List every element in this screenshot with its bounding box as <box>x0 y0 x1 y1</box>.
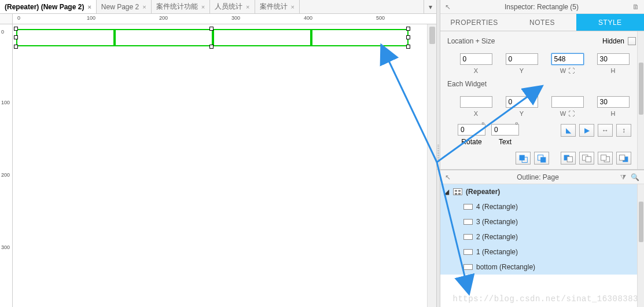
order-2-button[interactable] <box>579 152 594 165</box>
ruler-corner <box>0 14 13 24</box>
note-icon[interactable]: 🗎 <box>632 3 639 11</box>
ruler-tick: 300 <box>231 15 240 21</box>
resize-handle[interactable] <box>14 35 18 39</box>
canvas[interactable] <box>13 24 436 307</box>
rect-2[interactable] <box>115 29 213 46</box>
outline-scrollbar[interactable] <box>637 184 644 307</box>
rect-3[interactable] <box>213 29 311 46</box>
close-icon[interactable]: × <box>291 3 295 10</box>
collapse-icon[interactable]: ◢ <box>444 188 450 196</box>
svg-rect-9 <box>601 155 606 160</box>
filter-icon[interactable]: ⧩ <box>620 173 626 181</box>
outline-item-repeater[interactable]: ◢ (Repeater) <box>440 184 644 199</box>
outline-label: 1 (Rectangle) <box>476 248 518 256</box>
resize-handle[interactable] <box>209 45 214 49</box>
order-3-button[interactable] <box>598 152 613 165</box>
resize-handle[interactable] <box>406 35 410 39</box>
rect-4[interactable] <box>311 29 409 46</box>
each-x-input[interactable] <box>460 96 492 108</box>
outline-label: 4 (Rectangle) <box>476 203 518 211</box>
ruler-vertical[interactable]: 0 100 200 300 <box>0 24 13 307</box>
close-icon[interactable]: × <box>87 3 91 10</box>
resize-handle[interactable] <box>406 45 410 49</box>
tab-style[interactable]: STYLE <box>576 14 644 31</box>
tab-person-stats[interactable]: 人员统计 × <box>210 0 255 13</box>
each-h-input[interactable] <box>597 96 630 108</box>
tab-notes[interactable]: NOTES <box>508 14 576 31</box>
rectangle-icon <box>463 264 473 270</box>
flip-vertical-button[interactable]: ▶ <box>579 124 594 137</box>
resize-handle[interactable] <box>14 45 18 49</box>
resize-handle[interactable] <box>209 27 214 31</box>
bring-front-button[interactable] <box>516 152 531 165</box>
outline-label: 2 (Rectangle) <box>476 233 518 241</box>
w-input[interactable] <box>551 53 584 65</box>
hidden-checkbox[interactable] <box>628 37 636 45</box>
ruler-tick: 100 <box>87 15 95 21</box>
rotate-input[interactable] <box>458 124 485 136</box>
x-input[interactable] <box>460 53 492 65</box>
ruler-tick: 500 <box>376 15 385 21</box>
tab-label: 人员统计 <box>215 2 242 12</box>
close-icon[interactable]: × <box>201 3 205 10</box>
text-rotate-input[interactable] <box>491 124 519 136</box>
aspect-lock-icon[interactable]: ⛶ <box>568 67 575 74</box>
y-label: Y <box>520 67 524 74</box>
y-input[interactable] <box>506 53 538 65</box>
h-input[interactable] <box>597 53 630 65</box>
tab-repeater[interactable]: (Repeater) (New Page 2) × <box>0 0 97 13</box>
ruler-tick: 200 <box>1 172 10 178</box>
flip-horizontal-button[interactable]: ◣ <box>561 124 576 137</box>
hidden-label: Hidden <box>602 37 624 45</box>
text-rotate-label: Text <box>499 138 511 146</box>
send-back-button[interactable] <box>534 152 549 165</box>
order-1-button[interactable] <box>561 152 576 165</box>
fit-width-button[interactable]: ↔ <box>598 124 613 137</box>
ruler-horizontal[interactable]: 0 100 200 300 400 500 <box>13 14 436 24</box>
rectangle-icon <box>463 219 473 225</box>
popout-icon[interactable]: ↖ <box>445 173 451 181</box>
outline-item-rect[interactable]: bottom (Rectangle) <box>440 260 644 275</box>
outline-item-rect[interactable]: 3 (Rectangle) <box>440 214 644 229</box>
resize-handle[interactable] <box>14 27 18 31</box>
svg-rect-7 <box>586 156 591 162</box>
popout-icon[interactable]: ↖ <box>445 3 451 11</box>
order-4-button[interactable] <box>616 152 631 165</box>
canvas-area: (Repeater) (New Page 2) × New Page 2 × 案… <box>0 0 437 307</box>
ruler-tick: 400 <box>304 15 312 21</box>
aspect-lock-icon[interactable]: ⛶ <box>568 110 575 117</box>
x-label: X <box>474 67 478 74</box>
tabs-dropdown[interactable]: ▾ <box>424 0 436 13</box>
close-icon[interactable]: × <box>246 3 249 10</box>
panel-scrollbar[interactable] <box>637 31 644 169</box>
inspector-header: ↖ Inspector: Rectangle (5) 🗎 <box>437 0 644 14</box>
outline-item-rect[interactable]: 2 (Rectangle) <box>440 229 644 244</box>
ruler-tick: 200 <box>159 15 168 21</box>
canvas-vscroll[interactable] <box>427 24 436 307</box>
tab-properties[interactable]: PROPERTIES <box>440 14 508 31</box>
tab-stats-feature[interactable]: 案件统计功能 × <box>152 0 210 13</box>
svg-rect-11 <box>620 155 625 160</box>
rect-1[interactable] <box>16 29 115 46</box>
close-icon[interactable]: × <box>142 3 146 10</box>
tab-label: 案件统计 <box>260 2 288 12</box>
inspector-panel: ↖ Inspector: Rectangle (5) 🗎 PROPERTIES … <box>437 0 644 307</box>
ruler-tick: 0 <box>17 15 20 21</box>
fit-height-button[interactable]: ↕ <box>616 124 631 137</box>
each-y-input[interactable] <box>506 96 538 108</box>
ruler-tick: 0 <box>1 29 4 35</box>
each-w-input[interactable] <box>551 96 584 108</box>
inspector-tabs: PROPERTIES NOTES STYLE <box>440 14 644 31</box>
outline-item-rect[interactable]: 4 (Rectangle) <box>440 199 644 214</box>
search-icon[interactable]: 🔍 <box>631 173 639 181</box>
style-panel: Location + Size Hidden X Y W⛶ H Each Wid… <box>437 31 644 170</box>
each-x-label: X <box>474 110 478 117</box>
canvas-wrap: 0 100 200 300 400 500 0 100 200 300 <box>0 14 436 307</box>
tab-case-stats[interactable]: 案件统计 × <box>255 0 300 13</box>
resize-handle[interactable] <box>406 27 410 31</box>
outline-body: ◢ (Repeater) 4 (Rectangle) 3 (Rectangle)… <box>440 184 644 307</box>
tab-label: New Page 2 <box>101 3 139 11</box>
outline-item-rect[interactable]: 1 (Rectangle) <box>440 244 644 260</box>
ruler-tick: 300 <box>1 244 10 250</box>
tab-newpage2[interactable]: New Page 2 × <box>97 0 152 13</box>
